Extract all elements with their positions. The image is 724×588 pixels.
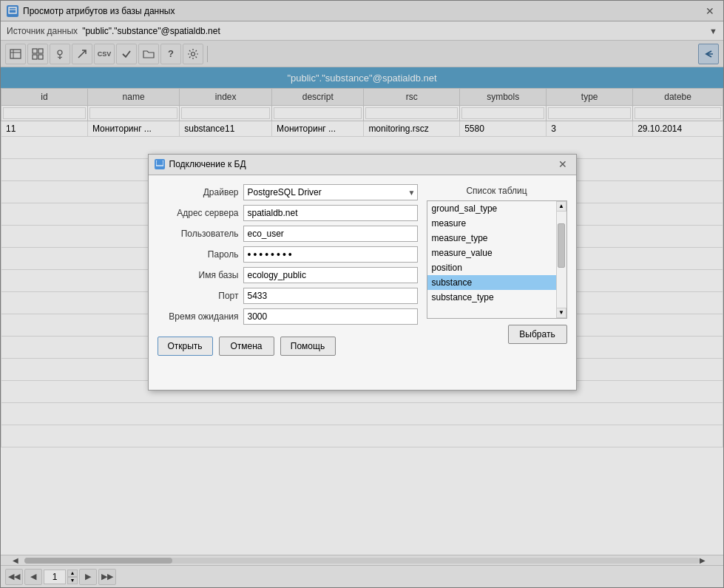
tablelist-item[interactable]: substance_type: [427, 290, 556, 305]
driver-select[interactable]: PostgreSQL Driver: [243, 184, 418, 200]
help-button[interactable]: Помощь: [280, 337, 336, 356]
dialog-title-bar: Подключение к БД ✕: [149, 155, 576, 175]
port-input[interactable]: [243, 288, 418, 304]
tablelist-section: Список таблиц ground_sal_type measure me…: [427, 184, 567, 356]
tablelist-item[interactable]: ground_sal_type: [427, 201, 556, 216]
tablelist-item-selected[interactable]: substance: [427, 275, 556, 290]
server-label: Адрес сервера: [158, 208, 239, 218]
password-label: Пароль: [158, 249, 239, 260]
server-row: Адрес сервера: [158, 205, 418, 221]
tablelist-item[interactable]: measure_value: [427, 246, 556, 260]
user-input[interactable]: [243, 226, 418, 242]
driver-row: Драйвер PostgreSQL Driver ▼: [158, 184, 418, 200]
dialog-close-button[interactable]: ✕: [555, 158, 570, 170]
timeout-row: Время ожидания: [158, 308, 418, 325]
dialog-form: Драйвер PostgreSQL Driver ▼ Адрес сервер…: [158, 184, 418, 356]
dialog-body: Драйвер PostgreSQL Driver ▼ Адрес сервер…: [149, 175, 576, 365]
tablelist-box: ground_sal_type measure measure_type mea…: [427, 200, 567, 319]
modal-backdrop: Подключение к БД ✕ Драйвер PostgreSQL Dr…: [0, 0, 724, 588]
dbname-row: Имя базы: [158, 267, 418, 283]
port-label: Порт: [158, 291, 239, 301]
tablelist-item[interactable]: position: [427, 260, 556, 275]
tablelist-scrollbar[interactable]: ▲ ▼: [556, 201, 566, 318]
dbname-input[interactable]: [243, 267, 418, 283]
select-table-button[interactable]: Выбрать: [508, 325, 567, 344]
dialog-icon: [155, 159, 165, 169]
form-buttons: Открыть Отмена Помощь: [158, 337, 418, 356]
driver-select-wrapper: PostgreSQL Driver ▼: [243, 184, 418, 200]
tablelist-item[interactable]: measure_type: [427, 231, 556, 246]
password-input[interactable]: [243, 246, 418, 263]
select-btn-wrapper: Выбрать: [427, 325, 567, 344]
scrollbar-thumb[interactable]: [558, 223, 565, 268]
svg-point-13: [157, 160, 163, 162]
timeout-label: Время ожидания: [158, 311, 239, 322]
tablelist-items: ground_sal_type measure measure_type mea…: [427, 201, 556, 318]
user-label: Пользователь: [158, 229, 239, 239]
tablelist-item[interactable]: measure: [427, 216, 556, 231]
scroll-up-btn[interactable]: ▲: [556, 201, 566, 212]
password-row: Пароль: [158, 246, 418, 263]
open-button[interactable]: Открыть: [158, 337, 213, 356]
user-row: Пользователь: [158, 226, 418, 242]
driver-label: Драйвер: [158, 187, 239, 197]
server-input[interactable]: [243, 205, 418, 221]
port-row: Порт: [158, 288, 418, 304]
cancel-button[interactable]: Отмена: [219, 337, 274, 356]
db-connection-dialog: Подключение к БД ✕ Драйвер PostgreSQL Dr…: [148, 154, 577, 391]
tablelist-header: Список таблиц: [427, 184, 567, 197]
dbname-label: Имя базы: [158, 270, 239, 280]
dialog-title: Подключение к БД: [169, 159, 246, 169]
timeout-input[interactable]: [243, 308, 418, 325]
scroll-down-btn[interactable]: ▼: [556, 308, 566, 318]
